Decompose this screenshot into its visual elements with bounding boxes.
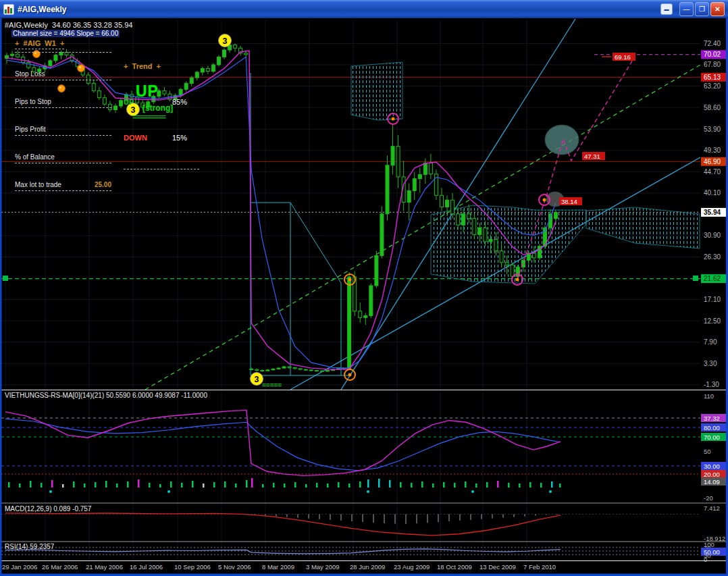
setting-label: Stop Loss xyxy=(15,70,45,78)
indicator3-title: RSI(14) 59.2357 xyxy=(5,543,54,550)
window-title: #AIG,Weekly xyxy=(18,5,657,14)
svg-text:46.90: 46.90 xyxy=(704,158,721,165)
trend-down-row: DOWN 15% xyxy=(124,134,187,142)
svg-text:3: 3 xyxy=(223,36,228,46)
svg-text:38.14: 38.14 xyxy=(561,198,577,205)
icon-bar xyxy=(7,7,9,14)
signal-strength-label: [strong] xyxy=(142,103,173,113)
svg-text:0: 0 xyxy=(704,556,707,563)
svg-text:21.62: 21.62 xyxy=(704,275,721,282)
channel-info-label: Channel size = 4946 Slope = 66.00 xyxy=(11,30,120,37)
svg-text:49.30: 49.30 xyxy=(704,147,721,154)
panel-separators xyxy=(0,390,728,561)
ohlc-info-line: #AIG,Weekly 34.60 36.35 33.28 35.94 xyxy=(5,21,132,29)
indicator1-panel: 11037.3280.0070.005030.0020.0014.09-20 xyxy=(1,392,728,502)
svg-text:80.00: 80.00 xyxy=(704,424,720,431)
svg-text:7.412: 7.412 xyxy=(704,504,720,512)
svg-text:67.80: 67.80 xyxy=(704,61,721,68)
svg-text:30.90: 30.90 xyxy=(704,232,721,239)
mt4-chart-window: 47.3138.1469.16333=====72.4067.8063.2058… xyxy=(0,0,728,576)
svg-text:20.00: 20.00 xyxy=(704,471,720,478)
svg-text:50: 50 xyxy=(704,448,711,455)
svg-text:8 Mar 2009: 8 Mar 2009 xyxy=(262,563,294,571)
svg-text:=====: ===== xyxy=(262,382,282,389)
setting-label: Max lot to trade xyxy=(15,181,61,188)
setting-row-pct-balance: % of Balance xyxy=(15,151,111,163)
window-titlebar[interactable]: #AIG,Weekly ▬ — ❐ ✕ xyxy=(0,0,728,18)
svg-text:70.02: 70.02 xyxy=(704,51,721,58)
svg-text:26 Mar 2006: 26 Mar 2006 xyxy=(42,563,78,571)
window-close-button[interactable]: ✕ xyxy=(710,2,725,16)
svg-text:14.09: 14.09 xyxy=(704,478,720,486)
svg-text:29 Jan 2006: 29 Jan 2006 xyxy=(2,563,37,571)
setting-row-pips-to-stop: Pips to Stop xyxy=(15,95,111,108)
symbol-period-label: + #AIG W1 + xyxy=(15,39,64,49)
svg-text:18 Oct 2009: 18 Oct 2009 xyxy=(437,563,472,571)
svg-text:58.60: 58.60 xyxy=(704,104,721,111)
indicator1-title: VIETHUNGSS-RS-MA[0](14)(21) 50.5590 6.00… xyxy=(5,392,207,399)
ea-settings-panel: Stop Loss Pips to Stop Pips Profit % of … xyxy=(15,52,111,206)
svg-text:72.40: 72.40 xyxy=(704,40,721,47)
signal-underline: ========= xyxy=(132,113,165,121)
svg-text:13 Dec 2009: 13 Dec 2009 xyxy=(479,563,516,571)
setting-label: Pips Profit xyxy=(15,126,46,133)
setting-row-max-lot: Max lot to trade 25.00 xyxy=(15,178,111,191)
svg-text:7 Feb 2010: 7 Feb 2010 xyxy=(523,563,556,571)
svg-text:21 May 2006: 21 May 2006 xyxy=(86,563,123,571)
svg-text:-1.30: -1.30 xyxy=(704,381,719,388)
trend-up-value: 85% xyxy=(172,98,187,106)
icon-bar xyxy=(5,9,7,14)
svg-text:28 Jun 2009: 28 Jun 2009 xyxy=(350,563,385,571)
svg-text:47.31: 47.31 xyxy=(584,153,600,160)
trend-up-label: UP xyxy=(124,98,134,106)
setting-row-pips-profit: Pips Profit xyxy=(15,123,111,136)
date-axis[interactable]: 29 Jan 200626 Mar 200621 May 200616 Jul … xyxy=(2,563,556,571)
svg-text:65.13: 65.13 xyxy=(704,74,721,81)
signal-direction-label: UP xyxy=(136,82,159,101)
app-icon xyxy=(3,4,14,15)
setting-value: 25.00 xyxy=(95,181,111,188)
window-minimize-button[interactable]: — xyxy=(679,2,694,16)
indicator3-panel: 1007050.00300 xyxy=(1,541,728,563)
svg-text:12.50: 12.50 xyxy=(704,317,721,325)
trend-down-label: DOWN xyxy=(124,134,147,142)
svg-text:17.10: 17.10 xyxy=(704,296,721,303)
svg-text:30.00: 30.00 xyxy=(704,463,720,470)
svg-text:26.30: 26.30 xyxy=(704,253,721,261)
svg-text:53.90: 53.90 xyxy=(704,126,721,133)
svg-text:35.94: 35.94 xyxy=(704,209,721,216)
setting-label: % of Balance xyxy=(15,153,55,161)
svg-text:63.20: 63.20 xyxy=(704,82,721,90)
trend-panel-title: + Trend + xyxy=(124,62,199,70)
setting-label: Pips to Stop xyxy=(15,98,51,105)
svg-text:37.32: 37.32 xyxy=(704,415,720,422)
svg-text:40.10: 40.10 xyxy=(704,189,721,197)
trend-down-value: 15% xyxy=(172,134,187,142)
svg-text:5 Nov 2006: 5 Nov 2006 xyxy=(218,563,251,571)
titlebar-buttons: ▬ — ❐ ✕ xyxy=(660,2,725,16)
price-axis: 72.4067.8063.2058.6053.9049.3044.7040.10… xyxy=(701,40,728,388)
svg-text:3 May 2009: 3 May 2009 xyxy=(306,563,340,571)
svg-text:3.30: 3.30 xyxy=(704,360,717,367)
svg-text:69.16: 69.16 xyxy=(615,53,631,61)
setting-row-stop-loss: Stop Loss xyxy=(15,68,111,80)
svg-text:23 Aug 2009: 23 Aug 2009 xyxy=(394,563,430,571)
svg-text:3: 3 xyxy=(255,375,259,384)
svg-text:10 Sep 2006: 10 Sep 2006 xyxy=(174,563,211,571)
window-maximize-button[interactable]: ❐ xyxy=(695,2,709,16)
svg-text:70.00: 70.00 xyxy=(704,434,720,441)
svg-text:7.90: 7.90 xyxy=(704,338,717,346)
svg-text:44.70: 44.70 xyxy=(704,168,721,176)
chart-restore-button[interactable]: ▬ xyxy=(660,3,673,15)
indicator2-panel: 7.412-18.912 xyxy=(1,504,725,542)
trend-lines xyxy=(145,19,700,390)
svg-text:110: 110 xyxy=(704,392,714,400)
indicator2-title: MACD(12,26,9) 0.089 -0.757 xyxy=(5,505,91,513)
svg-text:-20: -20 xyxy=(704,494,713,502)
icon-bar xyxy=(10,8,12,14)
svg-text:16 Jul 2006: 16 Jul 2006 xyxy=(130,563,163,571)
